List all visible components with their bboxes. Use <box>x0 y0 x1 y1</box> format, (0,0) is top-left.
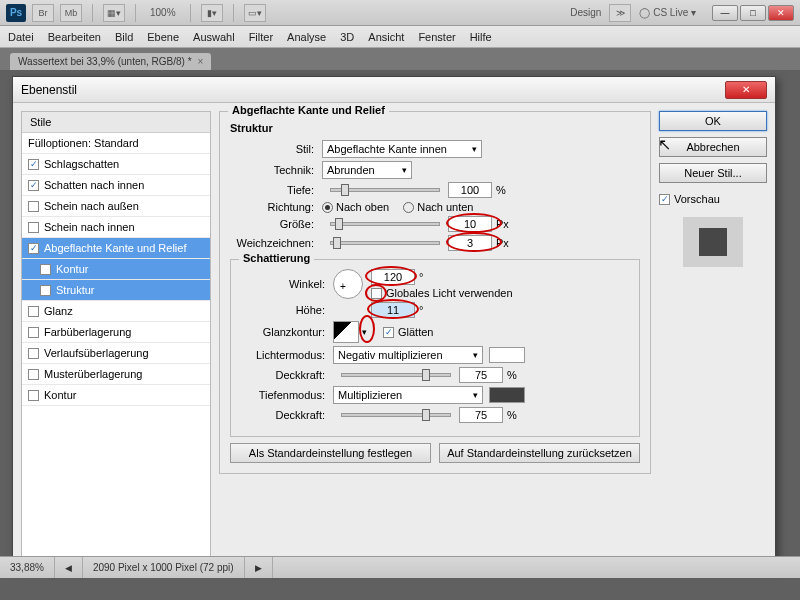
cslive-button[interactable]: ◯ CS Live ▾ <box>635 7 700 18</box>
depth-unit: % <box>496 184 506 196</box>
style-label: Struktur <box>56 284 95 296</box>
screen-mode-icon[interactable]: ▭▾ <box>244 4 266 22</box>
style-checkbox[interactable] <box>40 264 51 275</box>
shadow-mode-dropdown[interactable]: Multiplizieren <box>333 386 483 404</box>
style-row-2[interactable]: Schein nach außen <box>22 196 210 217</box>
status-zoom[interactable]: 33,88% <box>0 557 55 578</box>
ok-button[interactable]: OK <box>659 111 767 131</box>
style-label: Verlaufsüberlagerung <box>44 347 149 359</box>
menu-3d[interactable]: 3D <box>340 31 354 43</box>
document-tab-bar: Wassertext bei 33,9% (unten, RGB/8) * × <box>0 48 800 70</box>
status-dimensions[interactable]: 2090 Pixel x 1000 Pixel (72 ppi) <box>83 557 245 578</box>
menu-fenster[interactable]: Fenster <box>418 31 455 43</box>
menu-datei[interactable]: Datei <box>8 31 34 43</box>
soften-input[interactable] <box>448 235 492 251</box>
style-checkbox[interactable] <box>40 285 51 296</box>
style-row-4[interactable]: Abgeflachte Kante und Relief <box>22 238 210 259</box>
menu-analyse[interactable]: Analyse <box>287 31 326 43</box>
section-legend: Abgeflachte Kante und Relief <box>228 104 389 116</box>
dialog-right-panel: OK Abbrechen Neuer Stil... Vorschau <box>659 111 767 559</box>
make-default-button[interactable]: Als Standardeinstellung festlegen <box>230 443 431 463</box>
style-checkbox[interactable] <box>28 180 39 191</box>
menu-auswahl[interactable]: Auswahl <box>193 31 235 43</box>
soften-label: Weichzeichnen: <box>230 237 322 249</box>
style-checkbox[interactable] <box>28 201 39 212</box>
style-label: Kontur <box>44 389 76 401</box>
angle-control[interactable] <box>333 269 363 299</box>
cancel-button[interactable]: Abbrechen <box>659 137 767 157</box>
new-style-button[interactable]: Neuer Stil... <box>659 163 767 183</box>
style-checkbox[interactable] <box>28 222 39 233</box>
style-row-1[interactable]: Schatten nach innen <box>22 175 210 196</box>
style-checkbox[interactable] <box>28 327 39 338</box>
highlight-color-swatch[interactable] <box>489 347 525 363</box>
size-input[interactable] <box>448 216 492 232</box>
minibridge-icon[interactable]: Mb <box>60 4 82 22</box>
menu-ebene[interactable]: Ebene <box>147 31 179 43</box>
bridge-icon[interactable]: Br <box>32 4 54 22</box>
expand-icon[interactable]: ≫ <box>609 4 631 22</box>
style-label: Farbüberlagerung <box>44 326 131 338</box>
shadow-color-swatch[interactable] <box>489 387 525 403</box>
style-checkbox[interactable] <box>28 369 39 380</box>
style-row-11[interactable]: Kontur <box>22 385 210 406</box>
blending-options-row[interactable]: Fülloptionen: Standard <box>22 133 210 154</box>
technique-dropdown[interactable]: Abrunden <box>322 161 412 179</box>
menu-bearbeiten[interactable]: Bearbeiten <box>48 31 101 43</box>
menu-hilfe[interactable]: Hilfe <box>470 31 492 43</box>
size-slider[interactable] <box>330 222 440 226</box>
close-tab-icon[interactable]: × <box>198 56 204 67</box>
antialias-checkbox[interactable] <box>383 327 394 338</box>
shadow-opacity-slider[interactable] <box>341 413 451 417</box>
style-checkbox[interactable] <box>28 390 39 401</box>
shadow-opacity-input[interactable] <box>459 407 503 423</box>
style-checkbox[interactable] <box>28 306 39 317</box>
style-label: Stil: <box>230 143 322 155</box>
style-checkbox[interactable] <box>28 243 39 254</box>
style-checkbox[interactable] <box>28 159 39 170</box>
styles-list-panel: Stile Fülloptionen: Standard Schlagschat… <box>21 111 211 559</box>
highlight-opacity-input[interactable] <box>459 367 503 383</box>
style-row-3[interactable]: Schein nach innen <box>22 217 210 238</box>
style-row-10[interactable]: Musterüberlagerung <box>22 364 210 385</box>
style-label: Schatten nach innen <box>44 179 144 191</box>
styles-header[interactable]: Stile <box>22 112 210 133</box>
menu-bild[interactable]: Bild <box>115 31 133 43</box>
arrange-icon[interactable]: ▮▾ <box>201 4 223 22</box>
preview-swatch <box>683 217 743 267</box>
direction-down-label: Nach unten <box>417 201 473 213</box>
style-row-0[interactable]: Schlagschatten <box>22 154 210 175</box>
style-dropdown[interactable]: Abgeflachte Kante innen <box>322 140 482 158</box>
style-row-5[interactable]: Kontur <box>22 259 210 280</box>
view-extras-icon[interactable]: ▦▾ <box>103 4 125 22</box>
gloss-contour-picker[interactable] <box>333 321 359 343</box>
reset-default-button[interactable]: Auf Standardeinstellung zurücksetzen <box>439 443 640 463</box>
angle-input[interactable] <box>371 269 415 285</box>
altitude-input[interactable] <box>371 302 415 318</box>
style-label: Kontur <box>56 263 88 275</box>
global-light-checkbox[interactable] <box>371 288 382 299</box>
depth-input[interactable] <box>448 182 492 198</box>
depth-slider[interactable] <box>330 188 440 192</box>
highlight-opacity-slider[interactable] <box>341 373 451 377</box>
zoom-level[interactable]: 100% <box>146 7 180 18</box>
minimize-button[interactable]: — <box>712 5 738 21</box>
soften-slider[interactable] <box>330 241 440 245</box>
direction-up-radio[interactable] <box>322 202 333 213</box>
antialias-label: Glätten <box>398 326 433 338</box>
preview-checkbox[interactable] <box>659 194 670 205</box>
menu-ansicht[interactable]: Ansicht <box>368 31 404 43</box>
menu-filter[interactable]: Filter <box>249 31 273 43</box>
design-button[interactable]: Design <box>566 7 605 18</box>
close-button[interactable]: ✕ <box>768 5 794 21</box>
style-row-9[interactable]: Verlaufsüberlagerung <box>22 343 210 364</box>
style-row-6[interactable]: Struktur <box>22 280 210 301</box>
document-tab[interactable]: Wassertext bei 33,9% (unten, RGB/8) * × <box>10 53 211 70</box>
style-row-7[interactable]: Glanz <box>22 301 210 322</box>
direction-down-radio[interactable] <box>403 202 414 213</box>
dialog-close-button[interactable]: ✕ <box>725 81 767 99</box>
maximize-button[interactable]: □ <box>740 5 766 21</box>
style-row-8[interactable]: Farbüberlagerung <box>22 322 210 343</box>
highlight-mode-dropdown[interactable]: Negativ multiplizieren <box>333 346 483 364</box>
style-checkbox[interactable] <box>28 348 39 359</box>
